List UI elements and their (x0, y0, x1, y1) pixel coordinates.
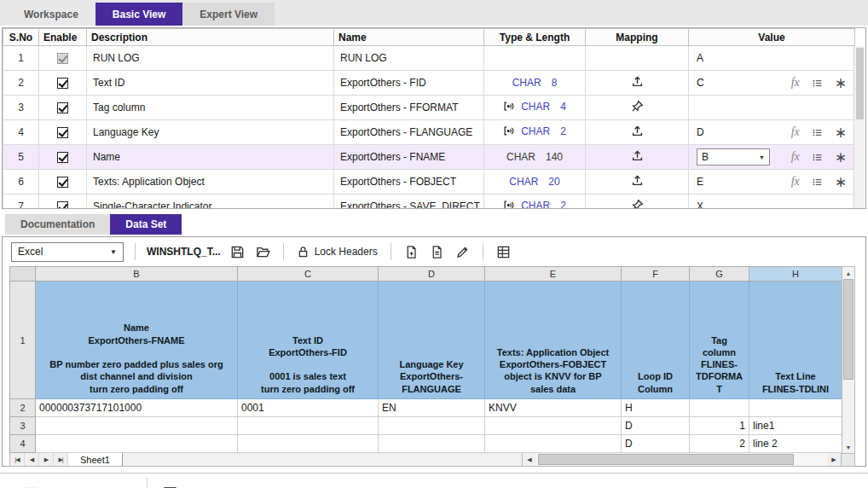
data-source-select[interactable]: Excel ▼ (11, 242, 124, 262)
column-header-D[interactable]: D (379, 267, 485, 282)
value-list-icon[interactable] (812, 78, 823, 89)
cell-G4[interactable]: 2 (690, 435, 749, 453)
header-cell-E1[interactable]: Texts: Application Object ExportOthers-F… (485, 282, 622, 399)
cell-D4[interactable] (379, 435, 485, 453)
cell-G2[interactable] (690, 399, 749, 417)
value-cell[interactable] (689, 96, 855, 120)
open-folder-icon[interactable] (254, 243, 272, 261)
scrollbar-track[interactable] (536, 453, 827, 466)
scroll-right-icon[interactable]: ▶ (827, 453, 841, 466)
row-header-3[interactable]: 3 (10, 417, 36, 435)
first-sheet-button[interactable]: |◀ (10, 453, 25, 466)
header-cell-C1[interactable]: Text ID ExportOthers-FID 0001 is sales t… (238, 282, 379, 399)
header-cell-F1[interactable]: Loop ID Column (622, 282, 690, 399)
mapper-scrollbar[interactable] (854, 46, 865, 208)
value-dropdown[interactable]: B ▼ (697, 148, 770, 166)
asterisk-icon[interactable]: ∗ (835, 175, 847, 189)
footer-im-contact[interactable]: sigridk (163, 485, 214, 488)
value-cell[interactable]: A (689, 46, 855, 71)
pin-icon[interactable] (631, 100, 644, 113)
scrollbar-thumb[interactable] (843, 279, 854, 380)
cell-C4[interactable] (238, 435, 379, 453)
lock-headers-button[interactable]: Lock Headers (295, 244, 379, 260)
fx-formula-icon[interactable]: fx (791, 175, 800, 189)
asterisk-icon[interactable]: ∗ (835, 150, 847, 165)
upload-mapping-icon[interactable] (631, 174, 644, 187)
cell-D2[interactable]: EN (379, 399, 485, 417)
select-all-corner[interactable] (10, 267, 36, 282)
save-icon[interactable] (229, 243, 246, 261)
fx-formula-icon[interactable]: fx (791, 76, 800, 90)
column-header-E[interactable]: E (485, 267, 622, 282)
column-header-F[interactable]: F (622, 267, 690, 282)
sheet-horizontal-scrollbar[interactable]: ◀ ▶ (522, 453, 841, 466)
cell-C3[interactable] (238, 417, 379, 435)
excel-export-icon[interactable] (495, 243, 512, 261)
cell-G3[interactable]: 1 (690, 417, 749, 435)
value-cell[interactable]: C fx ∗ (689, 71, 855, 96)
value-cell[interactable]: B ▼ fx ∗ (689, 145, 855, 170)
sheet-tab-sheet1[interactable]: Sheet1 (68, 453, 123, 466)
cell-B4[interactable] (36, 435, 238, 453)
column-header-B[interactable]: B (36, 267, 238, 282)
cell-H3[interactable]: line1 (749, 417, 842, 435)
tab-expert-view[interactable]: Expert View (182, 3, 275, 26)
row-header-4[interactable]: 4 (10, 435, 36, 453)
cell-F2[interactable]: H (622, 399, 690, 417)
enable-checkbox[interactable] (57, 102, 68, 113)
edit-pencil-icon[interactable] (454, 243, 472, 261)
tab-workspace[interactable]: Workspace (7, 3, 95, 26)
cell-B3[interactable] (36, 417, 238, 435)
column-header-G[interactable]: G (690, 267, 749, 282)
header-cell-D1[interactable]: Language Key ExportOthers- FLANGUAGE (379, 282, 485, 399)
scroll-up-icon[interactable]: ▲ (846, 267, 852, 279)
row-header-1[interactable]: 1 (10, 282, 36, 399)
document-icon[interactable] (428, 243, 446, 261)
value-list-icon[interactable] (812, 177, 823, 188)
footer-contact[interactable]: Sigrid (24, 485, 131, 488)
asterisk-icon[interactable]: ∗ (835, 125, 847, 140)
cell-H2[interactable] (749, 399, 842, 417)
cell-E3[interactable] (485, 417, 622, 435)
next-sheet-button[interactable]: ▶ (39, 453, 54, 466)
fx-formula-icon[interactable]: fx (791, 150, 800, 164)
cell-D3[interactable] (379, 417, 485, 435)
row-header-2[interactable]: 2 (10, 399, 36, 417)
enable-checkbox[interactable] (57, 78, 68, 89)
col-header-value[interactable]: Value (689, 29, 855, 46)
scrollbar-thumb[interactable] (538, 454, 794, 465)
scrollbar-thumb[interactable] (856, 48, 864, 119)
cell-H4[interactable]: line 2 (749, 435, 842, 453)
column-header-C[interactable]: C (238, 267, 379, 282)
sheet-vertical-scrollbar[interactable]: ▲ ▼ (842, 266, 855, 454)
scroll-down-icon[interactable]: ▼ (846, 441, 852, 453)
header-cell-G1[interactable]: Tag column FLINES- TDFORMA T (690, 282, 749, 399)
prev-sheet-button[interactable]: ◀ (25, 453, 39, 466)
cell-E2[interactable]: KNVV (485, 399, 622, 417)
add-document-icon[interactable] (402, 243, 420, 261)
tab-basic-view[interactable]: Basic View (95, 3, 182, 26)
value-list-icon[interactable] (812, 152, 823, 163)
col-header-name[interactable]: Name (334, 29, 484, 46)
cell-C2[interactable]: 0001 (238, 399, 379, 417)
tab-data-set[interactable]: Data Set (110, 214, 182, 235)
value-cell[interactable]: X (689, 195, 855, 210)
upload-mapping-icon[interactable] (631, 149, 644, 162)
cell-E4[interactable] (485, 435, 622, 453)
enable-checkbox[interactable] (57, 201, 68, 209)
last-sheet-button[interactable]: ▶| (54, 453, 68, 466)
pin-icon[interactable] (631, 199, 644, 209)
col-header-sno[interactable]: S.No (3, 29, 39, 46)
header-cell-B1[interactable]: Name ExportOthers-FNAME BP number zero p… (36, 282, 238, 399)
upload-mapping-icon[interactable] (631, 75, 644, 88)
scroll-left-icon[interactable]: ◀ (523, 453, 536, 466)
enable-checkbox[interactable] (57, 53, 68, 64)
col-header-mapping[interactable]: Mapping (586, 29, 689, 46)
cell-F4[interactable]: D (622, 435, 690, 453)
col-header-enable[interactable]: Enable (39, 29, 87, 46)
cell-B2[interactable]: 000000373717101000 (36, 399, 238, 417)
enable-checkbox[interactable] (57, 177, 68, 188)
header-cell-H1[interactable]: Text Line FLINES-TDLINI (749, 282, 842, 399)
value-list-icon[interactable] (812, 127, 823, 138)
tab-documentation[interactable]: Documentation (5, 214, 110, 235)
